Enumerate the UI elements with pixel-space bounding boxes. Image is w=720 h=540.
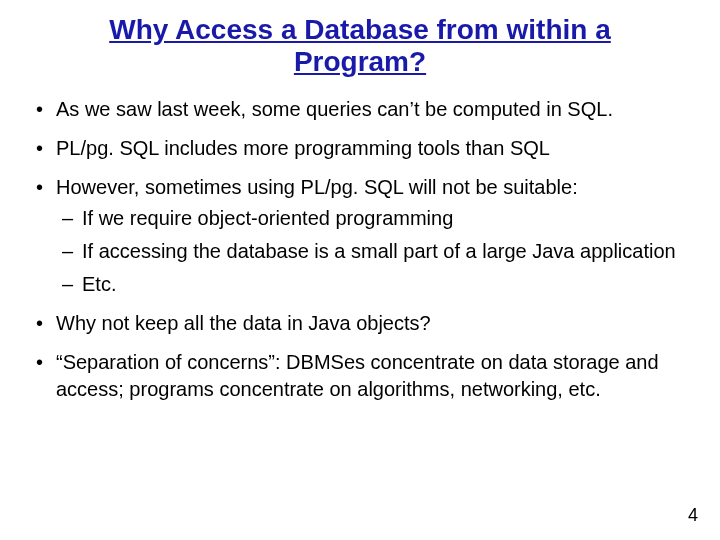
bullet-text: “Separation of concerns”: DBMSes concent… (56, 351, 659, 400)
bullet-text: PL/pg. SQL includes more programming too… (56, 137, 550, 159)
bullet-text: However, sometimes using PL/pg. SQL will… (56, 176, 578, 198)
bullet-list: As we saw last week, some queries can’t … (30, 96, 690, 403)
sub-list: If we require object-oriented programmin… (56, 205, 690, 298)
bullet-item: However, sometimes using PL/pg. SQL will… (30, 174, 690, 298)
sub-text: Etc. (82, 273, 116, 295)
sub-text: If accessing the database is a small par… (82, 240, 676, 262)
slide-title: Why Access a Database from within a Prog… (50, 14, 670, 78)
sub-item: Etc. (56, 271, 690, 298)
sub-item: If we require object-oriented programmin… (56, 205, 690, 232)
bullet-text: As we saw last week, some queries can’t … (56, 98, 613, 120)
slide: Why Access a Database from within a Prog… (0, 0, 720, 540)
bullet-item: PL/pg. SQL includes more programming too… (30, 135, 690, 162)
page-number: 4 (688, 505, 698, 526)
bullet-item: “Separation of concerns”: DBMSes concent… (30, 349, 690, 403)
bullet-text: Why not keep all the data in Java object… (56, 312, 431, 334)
sub-item: If accessing the database is a small par… (56, 238, 690, 265)
bullet-item: Why not keep all the data in Java object… (30, 310, 690, 337)
sub-text: If we require object-oriented programmin… (82, 207, 453, 229)
bullet-item: As we saw last week, some queries can’t … (30, 96, 690, 123)
